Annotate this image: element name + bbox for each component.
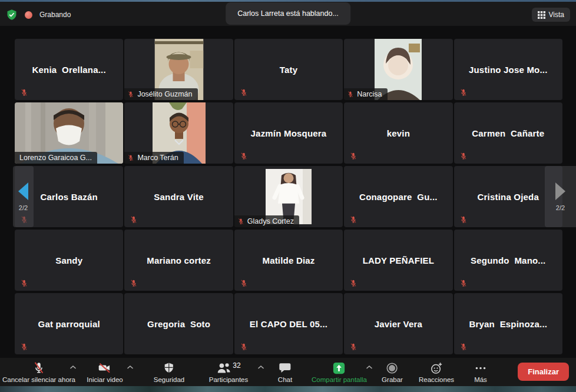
muted-mic-icon bbox=[240, 152, 248, 160]
meeting-top-bar: Grabando Carlos Larreta está hablando...… bbox=[0, 2, 576, 26]
muted-mic-icon bbox=[127, 91, 134, 98]
participant-name: Javier Vera bbox=[344, 293, 452, 354]
participant-tile[interactable]: Sandra Vite bbox=[124, 166, 233, 227]
participant-tile[interactable]: Marco Terán bbox=[124, 102, 233, 164]
participant-tile[interactable]: El CAPO DEL 05... bbox=[234, 293, 343, 354]
participant-tile[interactable]: Mariano cortez bbox=[124, 230, 233, 291]
chevron-up-icon[interactable] bbox=[257, 365, 264, 370]
view-button[interactable]: Vista bbox=[532, 8, 570, 22]
participant-tile[interactable]: Kenia Orellana... bbox=[15, 39, 123, 100]
share-screen-button[interactable]: Compartir pantalla bbox=[308, 361, 370, 384]
participant-tile[interactable]: LADY PEÑAFIEL bbox=[344, 230, 452, 291]
participants-count-badge: 32 bbox=[233, 361, 240, 370]
participant-name-label: Marco Terán bbox=[124, 152, 183, 164]
participant-tile[interactable]: Jazmín Mosquera bbox=[234, 102, 343, 164]
participant-name-label: Gladys Cortez bbox=[234, 215, 299, 227]
participant-name-label: Narcisa bbox=[344, 88, 387, 100]
participant-name: Bryan Espinoza... bbox=[454, 293, 562, 354]
participant-tile[interactable]: Javier Vera bbox=[344, 293, 452, 354]
participant-tile[interactable]: Conagopare Gu... bbox=[344, 166, 452, 227]
muted-mic-icon bbox=[349, 279, 357, 287]
record-button-label: Grabar bbox=[382, 376, 403, 383]
participant-name: Segundo Mano... bbox=[454, 230, 562, 291]
muted-mic-icon bbox=[127, 154, 134, 161]
chevron-up-icon[interactable] bbox=[69, 365, 77, 370]
unmute-button-label: Cancelar silenciar ahora bbox=[2, 376, 75, 383]
participant-name: Sandy bbox=[15, 230, 123, 291]
participant-name: Gat parroquial bbox=[15, 293, 123, 354]
end-meeting-button[interactable]: Finalizar bbox=[518, 363, 569, 381]
participant-tile[interactable]: Lorenzo Garaicoa G... bbox=[15, 102, 123, 164]
chevron-up-icon[interactable] bbox=[366, 365, 373, 370]
participant-name: Mariano cortez bbox=[124, 230, 233, 291]
page-indicator: 2/2 bbox=[556, 204, 565, 211]
participant-tile[interactable]: Narcisa bbox=[344, 39, 452, 100]
previous-page-button[interactable]: 2/2 bbox=[13, 166, 34, 227]
recording-label: Grabando bbox=[39, 11, 71, 19]
unmute-button[interactable]: Cancelar silenciar ahora bbox=[0, 361, 79, 384]
participant-name: Taty bbox=[234, 39, 343, 100]
chevron-up-icon[interactable] bbox=[127, 365, 134, 370]
more-button[interactable]: Más bbox=[471, 361, 491, 384]
participant-tile[interactable]: Segundo Mano... bbox=[454, 230, 562, 291]
muted-mic-icon bbox=[20, 279, 28, 287]
participant-tile[interactable]: Carmen Cañarte bbox=[454, 102, 562, 164]
start-video-button-label: Iniciar video bbox=[87, 376, 123, 383]
muted-mic-icon bbox=[459, 215, 468, 224]
security-shield-icon bbox=[163, 361, 175, 374]
chevron-left-icon bbox=[18, 182, 28, 200]
security-button[interactable]: Seguridad bbox=[150, 361, 188, 384]
page-indicator: 2/2 bbox=[19, 204, 28, 211]
camera-muted-icon bbox=[98, 361, 112, 374]
participant-tile[interactable]: Gregoria Soto bbox=[124, 293, 233, 354]
smiley-plus-icon bbox=[430, 361, 443, 374]
reactions-button-label: Reacciones bbox=[419, 376, 454, 383]
reactions-button[interactable]: Reacciones bbox=[415, 361, 458, 384]
recording-dot-icon bbox=[25, 11, 32, 19]
participants-button-label: Participantes bbox=[209, 376, 248, 383]
participant-tile[interactable]: Sandy bbox=[15, 230, 123, 291]
active-speaker-banner: Carlos Larreta está hablando... bbox=[226, 2, 350, 25]
participant-name: kevin bbox=[344, 102, 452, 164]
participants-icon bbox=[216, 362, 231, 374]
meeting-toolbar: Cancelar silenciar ahora Iniciar video S… bbox=[0, 358, 576, 386]
participant-name: Narcisa bbox=[357, 90, 382, 98]
muted-mic-icon bbox=[130, 279, 138, 287]
participant-name: Jazmín Mosquera bbox=[234, 102, 343, 164]
muted-mic-icon bbox=[130, 215, 138, 224]
participant-tile[interactable]: Matilde Diaz bbox=[234, 230, 343, 291]
ellipsis-icon bbox=[474, 361, 487, 374]
muted-mic-icon bbox=[459, 343, 468, 351]
record-button[interactable]: Grabar bbox=[378, 361, 406, 384]
participants-button[interactable]: 32 Participantes bbox=[206, 361, 251, 384]
participant-name: Sandra Vite bbox=[124, 166, 233, 227]
participant-name: Gladys Cortez bbox=[247, 217, 294, 225]
more-button-label: Más bbox=[474, 376, 487, 383]
participant-tile[interactable]: Taty bbox=[234, 39, 343, 100]
participant-name-label: Josélito Guzmán bbox=[124, 88, 197, 100]
participant-tile[interactable]: kevin bbox=[344, 102, 452, 164]
encryption-shield-icon bbox=[6, 9, 18, 21]
participant-tile[interactable]: Gat parroquial bbox=[15, 293, 123, 354]
participant-tile[interactable]: Josélito Guzmán bbox=[124, 39, 233, 100]
start-video-button[interactable]: Iniciar video bbox=[83, 361, 126, 384]
muted-mic-icon bbox=[459, 152, 468, 160]
participant-name: Justino Jose Mo... bbox=[454, 39, 562, 100]
grid-view-icon bbox=[538, 11, 545, 19]
participant-tile[interactable]: Gladys Cortez bbox=[234, 166, 343, 227]
muted-mic-icon bbox=[240, 279, 248, 287]
participant-tile[interactable]: Bryan Espinoza... bbox=[454, 293, 562, 354]
participant-name: LADY PEÑAFIEL bbox=[344, 230, 452, 291]
muted-mic-icon bbox=[459, 279, 468, 287]
muted-mic-icon bbox=[349, 343, 357, 351]
desktop-background-strip bbox=[0, 386, 576, 392]
muted-mic-icon bbox=[20, 88, 28, 97]
next-page-button[interactable]: 2/2 bbox=[545, 166, 576, 227]
muted-mic-icon bbox=[349, 152, 357, 160]
recording-indicator: Grabando bbox=[6, 9, 71, 21]
participant-tile[interactable]: Justino Jose Mo... bbox=[454, 39, 562, 100]
participant-name: Gregoria Soto bbox=[124, 293, 233, 354]
participant-name: Josélito Guzmán bbox=[137, 90, 192, 98]
participant-name: Marco Terán bbox=[137, 154, 178, 162]
chat-button[interactable]: Chat bbox=[274, 361, 296, 384]
